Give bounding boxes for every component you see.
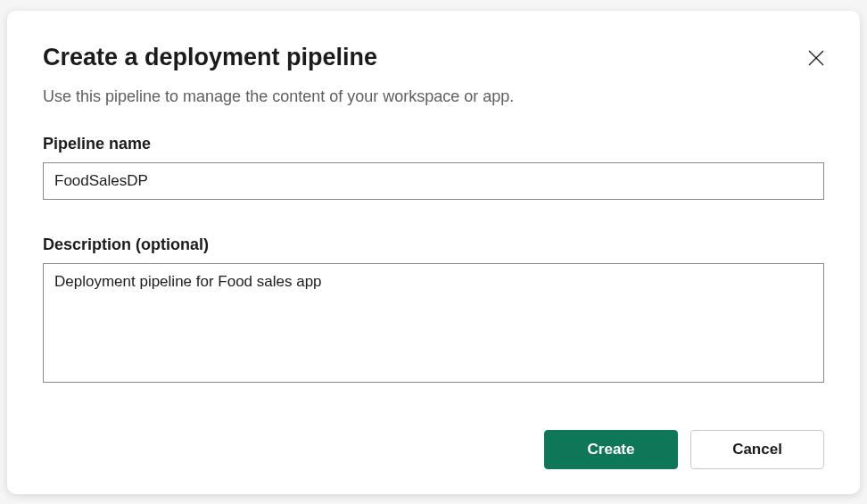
- dialog-subtitle: Use this pipeline to manage the content …: [43, 87, 824, 106]
- description-label: Description (optional): [43, 235, 824, 254]
- pipeline-name-input[interactable]: [43, 162, 824, 200]
- dialog-header: Create a deployment pipeline: [43, 43, 824, 71]
- pipeline-name-label: Pipeline name: [43, 135, 824, 153]
- close-button[interactable]: [805, 46, 828, 70]
- create-button[interactable]: Create: [544, 430, 678, 469]
- dialog-footer: Create Cancel: [43, 430, 824, 469]
- description-input[interactable]: [43, 263, 824, 383]
- cancel-button[interactable]: Cancel: [690, 430, 824, 469]
- description-group: Description (optional): [43, 235, 824, 386]
- close-icon: [808, 50, 824, 66]
- create-pipeline-dialog: Create a deployment pipeline Use this pi…: [7, 11, 860, 494]
- pipeline-name-group: Pipeline name: [43, 135, 824, 200]
- dialog-title: Create a deployment pipeline: [43, 43, 377, 71]
